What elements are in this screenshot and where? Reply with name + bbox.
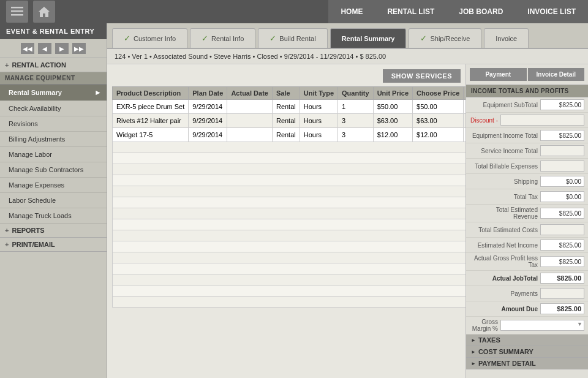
taxes-expand-icon: ► xyxy=(471,338,476,343)
table-row-empty xyxy=(113,197,466,208)
cell-actual-date xyxy=(227,100,273,114)
tab-build-rental[interactable]: ✓ Build Rental xyxy=(258,28,327,48)
taxes-subsection[interactable]: ► TAXES xyxy=(466,335,588,346)
col-product: Product Description xyxy=(113,87,189,100)
tab-rental-info[interactable]: ✓ Rental Info xyxy=(190,28,255,48)
print-email-section[interactable]: + PRINT/EMAIL xyxy=(0,238,107,252)
tab-label: Rental Info xyxy=(211,35,244,42)
cell-choose-price: $12.00 xyxy=(413,128,464,142)
sidebar-item-label: Labor Schedule xyxy=(9,197,56,204)
discount-input[interactable] xyxy=(503,117,581,124)
check-icon: ✓ xyxy=(202,34,208,43)
last-btn[interactable]: ▶▶ xyxy=(72,43,86,54)
invoice-detail-button[interactable]: Invoice Detail xyxy=(528,68,585,81)
cell-unit-price: $12.00 xyxy=(373,128,412,142)
sidebar-item-revisions[interactable]: Revisions xyxy=(0,116,107,132)
tab-customer-info[interactable]: ✓ Customer Info xyxy=(112,28,187,48)
equipment-income-total-row: Equipment Income Total $825.00 xyxy=(466,128,588,143)
payment-detail-subsection[interactable]: ► PAYMENT DETAIL xyxy=(466,358,588,369)
rental-action-expand-icon: + xyxy=(5,61,9,69)
home-nav-button[interactable]: HOME xyxy=(328,0,375,23)
table-row-empty xyxy=(113,274,466,285)
tab-ship-receive[interactable]: ✓ Ship/Receive xyxy=(409,28,481,48)
gross-margin-spinner[interactable]: ▼ xyxy=(577,321,582,327)
sidebar-item-billing-adjustments[interactable]: Billing Adjustments xyxy=(0,132,107,147)
table-row: Widget 17-5 9/29/2014 Rental Hours 3 $12… xyxy=(113,128,466,142)
table-row: Rivets #12 Halter pair 9/29/2014 Rental … xyxy=(113,114,466,128)
sidebar-item-manage-expenses[interactable]: Manage Expenses xyxy=(0,178,107,193)
sidebar-item-rental-summary[interactable]: Rental Summary ► xyxy=(0,85,107,101)
gross-margin-label: Gross Margin % xyxy=(470,319,500,332)
total-estimated-costs-value xyxy=(540,224,584,235)
sidebar: EVENT & RENTAL ENTRY ◀◀ ◀ ▶ ▶▶ + RENTAL … xyxy=(0,23,107,378)
check-icon: ✓ xyxy=(420,34,427,43)
total-estimated-revenue-value: $825.00 xyxy=(540,208,584,219)
cell-product: Widget 17-5 xyxy=(113,128,189,142)
print-expand-icon: + xyxy=(5,241,9,248)
first-btn[interactable]: ◀◀ xyxy=(21,43,34,54)
table-toolbar: SHOW SERVICES xyxy=(112,69,461,83)
sidebar-item-manage-sub-contractors[interactable]: Manage Sub Contractors xyxy=(0,162,107,178)
top-nav: HOME RENTAL LIST JOB BOARD INVOICE LIST xyxy=(0,0,588,23)
service-income-value xyxy=(540,145,584,156)
rental-action-section[interactable]: + RENTAL ACTION xyxy=(0,58,107,72)
tab-rental-summary[interactable]: Rental Summary xyxy=(330,28,407,48)
sidebar-item-manage-labor[interactable]: Manage Labor xyxy=(0,147,107,162)
home-icon[interactable] xyxy=(33,1,55,23)
equipment-subtotal-value: $825.00 xyxy=(540,99,584,110)
cell-plan-date: 9/29/2014 xyxy=(189,100,227,114)
prev-btn[interactable]: ◀ xyxy=(38,43,51,54)
sidebar-item-check-availability[interactable]: Check Availability xyxy=(0,101,107,116)
rental-action-label: RENTAL ACTION xyxy=(12,61,66,69)
actual-job-total-value: $825.00 xyxy=(540,273,584,284)
total-billable-label: Total Billable Expenses xyxy=(470,163,540,170)
sidebar-item-manage-truck-loads[interactable]: Manage Truck Loads xyxy=(0,208,107,224)
equipment-income-label: Equipment Income Total xyxy=(470,132,540,139)
table-row-empty xyxy=(113,219,466,230)
total-billable-expenses-row: Total Billable Expenses xyxy=(466,159,588,174)
taxes-label: TAXES xyxy=(478,336,500,344)
total-estimated-costs-label: Total Estimated Costs xyxy=(470,227,540,233)
cost-summary-subsection[interactable]: ► COST SUMMARY xyxy=(466,346,588,358)
gross-margin-value[interactable]: ▼ xyxy=(500,320,584,331)
table-header-row: Product Description Plan Date Actual Dat… xyxy=(113,87,466,100)
actual-job-total-row: Actual JobTotal $825.00 xyxy=(466,271,588,286)
svg-rect-2 xyxy=(11,14,23,16)
actual-gross-profit-label: Actual Gross Profit less Tax xyxy=(470,255,540,268)
reports-expand-icon: + xyxy=(5,227,9,234)
gross-margin-row: Gross Margin % ▼ xyxy=(466,317,588,335)
cell-sale: Rental xyxy=(272,100,300,114)
cell-choose-price: $63.00 xyxy=(413,114,464,128)
payment-button[interactable]: Payment xyxy=(470,68,527,81)
cell-sale: Rental xyxy=(272,128,300,142)
cost-summary-expand-icon: ► xyxy=(471,349,476,355)
discount-value[interactable] xyxy=(500,115,584,126)
amount-due-row: Amount Due $825.00 xyxy=(466,301,588,317)
tab-label: Build Rental xyxy=(279,35,315,42)
gross-margin-input[interactable] xyxy=(519,322,581,329)
job-board-nav-button[interactable]: JOB BOARD xyxy=(447,0,515,23)
table-row-empty xyxy=(113,263,466,274)
show-services-button[interactable]: SHOW SERVICES xyxy=(383,69,461,83)
print-label: PRINT/EMAIL xyxy=(12,241,55,248)
estimated-net-income-label: Estimated Net Income xyxy=(470,242,540,249)
payments-label: Payments xyxy=(470,290,540,297)
col-unit-price: Unit Price xyxy=(373,87,412,100)
menu-icon[interactable] xyxy=(6,1,28,23)
sidebar-item-label: Rental Summary xyxy=(9,89,62,96)
payment-detail-label: PAYMENT DETAIL xyxy=(478,360,536,367)
right-panel: Payment Invoice Detail INCOME TOTALS AND… xyxy=(466,64,588,378)
payment-detail-expand-icon: ► xyxy=(471,361,476,366)
col-quantity: Quantity xyxy=(338,87,374,100)
rental-list-nav-button[interactable]: RENTAL LIST xyxy=(375,0,447,23)
cell-product: EXR-5 piece Drum Set xyxy=(113,100,189,114)
next-btn[interactable]: ▶ xyxy=(55,43,69,54)
sidebar-item-labor-schedule[interactable]: Labor Schedule xyxy=(0,193,107,208)
col-choose-price: Choose Price xyxy=(413,87,464,100)
tab-invoice[interactable]: Invoice xyxy=(484,28,529,48)
reports-section[interactable]: + REPORTS xyxy=(0,224,107,238)
tab-label: Customer Info xyxy=(134,35,176,42)
invoice-list-nav-button[interactable]: INVOICE LIST xyxy=(515,0,588,23)
shipping-row: Shipping $0.00 xyxy=(466,174,588,189)
shipping-label: Shipping xyxy=(470,178,540,185)
